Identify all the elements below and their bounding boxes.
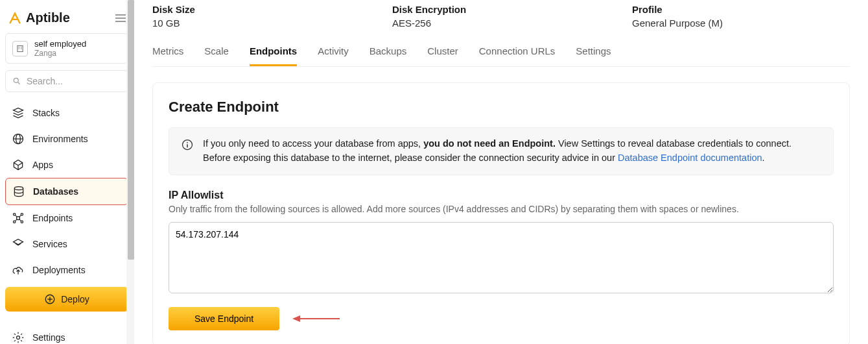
tab-bar: Metrics Scale Endpoints Activity Backups…: [152, 40, 850, 67]
sidebar-item-apps[interactable]: Apps: [5, 152, 128, 178]
sidebar: Aptible self employed Zanga Stacks Envir…: [0, 0, 134, 344]
sidebar-item-label: Services: [32, 239, 67, 249]
deploy-button[interactable]: Deploy: [5, 287, 128, 312]
nav-list: Stacks Environments Apps Databases Endpo…: [5, 100, 128, 283]
endpoints-icon: [12, 212, 25, 225]
svg-point-14: [14, 221, 16, 223]
cube-icon: [12, 158, 25, 171]
sidebar-item-environments[interactable]: Environments: [5, 126, 128, 152]
spec-profile-value: General Purpose (M): [632, 18, 729, 29]
tab-endpoints[interactable]: Endpoints: [250, 40, 297, 66]
aptible-logo-icon: [8, 11, 22, 25]
sidebar-item-label: Deployments: [32, 265, 86, 275]
tab-metrics[interactable]: Metrics: [152, 40, 183, 66]
globe-icon: [12, 132, 25, 145]
sidebar-item-label: Environments: [32, 134, 88, 144]
svg-point-5: [14, 78, 18, 82]
building-icon: [12, 41, 28, 56]
svg-rect-2: [21, 47, 21, 47]
spec-disk-enc-label: Disk Encryption: [392, 4, 489, 15]
ip-allowlist-help: Only traffic from the following sources …: [169, 204, 834, 214]
spec-disk-size-value: 10 GB: [152, 18, 250, 29]
main-content: Disk Size 10 GB Disk Encryption AES-256 …: [134, 0, 868, 344]
svg-marker-24: [292, 315, 300, 322]
tab-scale[interactable]: Scale: [204, 40, 229, 66]
info-icon: [181, 138, 194, 151]
annotation-arrow-icon: [291, 312, 343, 325]
org-switcher[interactable]: self employed Zanga: [5, 33, 128, 64]
svg-rect-0: [18, 45, 23, 51]
sidebar-item-databases[interactable]: Databases: [5, 178, 128, 205]
sidebar-item-settings[interactable]: Settings: [5, 325, 128, 344]
sidebar-item-services[interactable]: Services: [5, 231, 128, 257]
stacks-icon: [12, 106, 25, 119]
svg-rect-3: [19, 48, 19, 49]
svg-point-12: [14, 214, 16, 215]
gear-icon: [12, 331, 25, 344]
spec-disk-enc-value: AES-256: [392, 18, 489, 29]
database-icon: [12, 185, 25, 198]
plus-circle-icon: [44, 293, 56, 305]
cloud-upload-icon: [12, 264, 25, 276]
sidebar-scrollbar-thumb[interactable]: [128, 0, 134, 260]
svg-point-13: [21, 214, 23, 215]
spec-disk-size-label: Disk Size: [152, 4, 250, 15]
sidebar-item-deployments[interactable]: Deployments: [5, 257, 128, 283]
menu-toggle-icon[interactable]: [115, 14, 126, 22]
brand-logo[interactable]: Aptible: [8, 10, 70, 25]
sidebar-item-stacks[interactable]: Stacks: [5, 100, 128, 126]
search-input[interactable]: [27, 76, 121, 86]
tab-settings[interactable]: Settings: [576, 40, 611, 66]
info-callout: If you only need to access your database…: [169, 127, 834, 175]
deploy-label: Deploy: [61, 294, 89, 304]
tab-activity[interactable]: Activity: [318, 40, 349, 66]
ip-allowlist-input[interactable]: [169, 222, 834, 293]
tab-connection-urls[interactable]: Connection URLs: [479, 40, 556, 66]
sidebar-scrollbar[interactable]: [126, 0, 134, 344]
ip-allowlist-label: IP Allowlist: [169, 190, 834, 201]
search-input-wrapper[interactable]: [5, 70, 128, 92]
db-specs: Disk Size 10 GB Disk Encryption AES-256 …: [152, 0, 850, 40]
search-icon: [12, 76, 21, 86]
sidebar-item-label: Settings: [32, 332, 65, 343]
spec-profile-label: Profile: [632, 4, 729, 15]
svg-point-10: [14, 187, 23, 190]
svg-point-21: [187, 142, 188, 143]
svg-point-19: [17, 336, 20, 339]
svg-point-15: [21, 221, 23, 223]
org-subtext: Zanga: [34, 49, 86, 58]
svg-line-6: [18, 82, 20, 84]
sidebar-item-label: Apps: [32, 160, 53, 170]
doc-link[interactable]: Database Endpoint documentation: [618, 153, 762, 163]
services-icon: [12, 238, 25, 251]
tab-backups[interactable]: Backups: [369, 40, 407, 66]
org-name: self employed: [34, 39, 86, 49]
sidebar-item-label: Endpoints: [32, 213, 73, 223]
info-text: If you only need to access your database…: [203, 137, 821, 166]
sidebar-item-label: Databases: [33, 186, 78, 197]
sidebar-item-endpoints[interactable]: Endpoints: [5, 205, 128, 231]
brand-name: Aptible: [26, 10, 70, 25]
panel-title: Create Endpoint: [169, 99, 834, 116]
save-endpoint-button[interactable]: Save Endpoint: [169, 307, 279, 330]
svg-rect-1: [19, 47, 19, 47]
svg-rect-4: [21, 48, 21, 49]
create-endpoint-panel: Create Endpoint If you only need to acce…: [152, 82, 850, 344]
sidebar-item-label: Stacks: [32, 108, 60, 118]
tab-cluster[interactable]: Cluster: [427, 40, 458, 66]
